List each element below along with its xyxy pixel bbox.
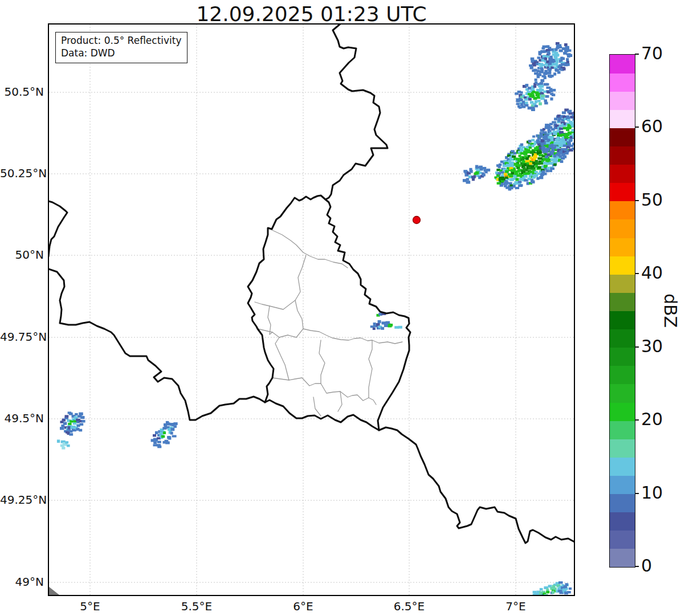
colorbar-tick-label: 50 bbox=[641, 190, 663, 210]
y-tick-label: 50.5°N bbox=[0, 85, 44, 99]
x-tick-label: 5.5°E bbox=[165, 599, 228, 613]
cell-west-2 bbox=[57, 440, 70, 450]
colorbar-segment bbox=[610, 238, 635, 256]
product-info-line1: Product: 0.5° Reflectivity bbox=[61, 34, 182, 47]
y-tick-label: 50°N bbox=[0, 248, 44, 262]
colorbar-tick-label: 70 bbox=[641, 43, 663, 63]
colorbar-tick-label: 0 bbox=[641, 556, 652, 576]
y-tick-label: 49.5°N bbox=[0, 411, 44, 425]
colorbar-tick bbox=[635, 127, 639, 128]
colorbar-tick-label: 60 bbox=[641, 116, 663, 136]
colorbar bbox=[609, 54, 635, 568]
colorbar-segment bbox=[610, 475, 635, 494]
colorbar-segment bbox=[610, 512, 635, 531]
station-marker bbox=[413, 217, 421, 224]
radar-echoes bbox=[57, 42, 596, 601]
colorbar-tick-label: 30 bbox=[641, 336, 663, 356]
colorbar-segment bbox=[610, 311, 635, 330]
colorbar-segment bbox=[610, 146, 635, 165]
colorbar-segment bbox=[610, 183, 635, 202]
colorbar-segment bbox=[610, 109, 635, 128]
colorbar-segment bbox=[610, 274, 635, 293]
colorbar-tick bbox=[635, 346, 639, 348]
nodata-wedge bbox=[48, 586, 59, 595]
colorbar-tick bbox=[635, 419, 639, 421]
colorbar-tick-label: 10 bbox=[641, 483, 663, 503]
y-tick-label: 49.25°N bbox=[0, 493, 44, 507]
colorbar-segment bbox=[610, 91, 635, 110]
product-info-box: Product: 0.5° Reflectivity Data: DWD bbox=[55, 32, 187, 63]
y-tick-label: 49°N bbox=[0, 575, 44, 589]
colorbar-segment bbox=[610, 73, 635, 92]
figure-title: 12.09.2025 01:23 UTC bbox=[48, 2, 574, 26]
colorbar-tick bbox=[635, 493, 639, 494]
colorbar-segment bbox=[610, 384, 635, 403]
cell-lux-2 bbox=[370, 320, 391, 330]
cell-ne-3 bbox=[463, 165, 490, 184]
colorbar-segment bbox=[610, 165, 635, 183]
colorbar-axis-label: dBZ bbox=[637, 299, 685, 323]
country-borders bbox=[48, 24, 574, 543]
colorbar-segment bbox=[610, 219, 635, 238]
x-tick-label: 6°E bbox=[272, 599, 335, 613]
colorbar-segment bbox=[610, 329, 635, 348]
colorbar-segment bbox=[610, 292, 635, 311]
cell-lux-3 bbox=[388, 324, 393, 328]
cell-ne-2 bbox=[515, 79, 556, 111]
colorbar-tick bbox=[635, 273, 639, 274]
product-info-line2: Data: DWD bbox=[61, 47, 182, 59]
colorbar-segment bbox=[610, 256, 635, 275]
cell-west-1 bbox=[60, 411, 85, 435]
colorbar-segment bbox=[610, 366, 635, 385]
colorbar-segment bbox=[610, 457, 635, 476]
colorbar-tick bbox=[635, 200, 639, 201]
y-tick-label: 49.75°N bbox=[0, 330, 44, 344]
colorbar-tick bbox=[635, 54, 639, 55]
colorbar-segment bbox=[610, 402, 635, 421]
colorbar-segment bbox=[610, 201, 635, 220]
cell-west-3 bbox=[151, 421, 178, 448]
colorbar-segment bbox=[610, 55, 635, 74]
cell-ne-1 bbox=[529, 42, 572, 79]
colorbar-tick-label: 40 bbox=[641, 263, 663, 283]
x-tick-label: 7°E bbox=[484, 599, 547, 613]
y-tick-label: 50.25°N bbox=[0, 166, 44, 180]
colorbar-segment bbox=[610, 439, 635, 458]
cell-lux-4 bbox=[394, 326, 402, 329]
colorbar-segment bbox=[610, 348, 635, 366]
x-tick-label: 6.5°E bbox=[378, 599, 441, 613]
colorbar-segment bbox=[610, 549, 635, 568]
colorbar-tick-label: 20 bbox=[641, 409, 663, 429]
map-canvas bbox=[0, 0, 685, 616]
colorbar-segment bbox=[610, 128, 635, 146]
colorbar-segment bbox=[610, 494, 635, 513]
band-ne bbox=[536, 108, 595, 158]
colorbar-tick bbox=[635, 566, 639, 567]
colorbar-segment bbox=[610, 531, 635, 549]
colorbar-segment bbox=[610, 421, 635, 439]
x-tick-label: 5°E bbox=[59, 599, 121, 613]
